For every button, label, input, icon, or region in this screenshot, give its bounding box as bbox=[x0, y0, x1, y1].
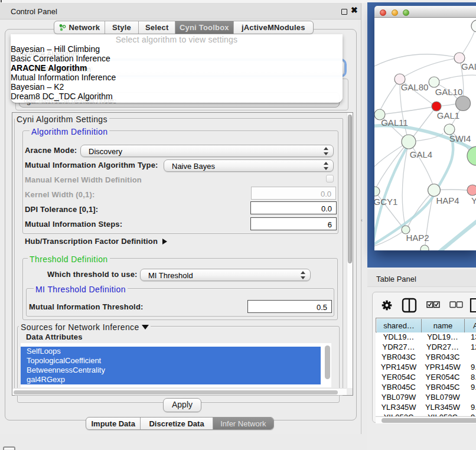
tab-cyni-toolbox[interactable]: Cyni Toolbox bbox=[175, 21, 234, 34]
kernel-width-label: Kernel Width (0,1): bbox=[25, 190, 95, 199]
table-cell[interactable]: YDR27… bbox=[376, 343, 421, 351]
tab-impute-data[interactable]: Impute Data bbox=[86, 418, 141, 429]
algorithm-option[interactable]: Mutual Information Inference bbox=[11, 73, 116, 82]
tab-jactivemnodules[interactable]: jActiveMNodules bbox=[234, 21, 313, 34]
vertical-scrollbar[interactable] bbox=[347, 113, 353, 388]
table-cell[interactable]: 12 bbox=[471, 343, 476, 351]
tab-network[interactable]: Network bbox=[54, 21, 105, 34]
network-node-GAL10n[interactable] bbox=[429, 77, 439, 87]
network-node-cut-bottom[interactable] bbox=[420, 245, 429, 250]
network-canvas[interactable]: GALGAL80GAL10GAL1GAL11SWI4GAL4GCY1HAP4YH… bbox=[374, 18, 476, 250]
network-node-cut-top[interactable] bbox=[471, 20, 476, 32]
panel-corner-button[interactable] bbox=[3, 446, 15, 450]
network-node-HAP4n[interactable] bbox=[428, 184, 441, 197]
table-cell[interactable]: 9. bbox=[471, 403, 476, 412]
tab-style[interactable]: Style bbox=[105, 21, 139, 34]
checkbox-checked-icon[interactable] bbox=[427, 302, 433, 308]
algorithm-option[interactable]: Bayesian – Hill Climbing bbox=[11, 44, 100, 54]
gear-icon[interactable] bbox=[382, 301, 392, 311]
data-attributes-list[interactable]: gal4RGexpBetweennessCentralityTopologica… bbox=[21, 343, 331, 387]
horizontal-scrollbar[interactable] bbox=[12, 388, 347, 395]
aracne-mode-combobox[interactable]: Discovery bbox=[80, 145, 334, 157]
network-node-label: GAL1 bbox=[437, 110, 459, 120]
minimize-traffic-light[interactable] bbox=[392, 9, 398, 16]
table-cell[interactable]: YDR27… bbox=[421, 343, 464, 351]
algorithm-option[interactable]: ARACNE Algorithm bbox=[11, 63, 87, 73]
table-cell[interactable]: YBL079W bbox=[421, 393, 464, 402]
tab-discretize-data[interactable]: Discretize Data bbox=[141, 418, 213, 429]
table-cell[interactable]: YER054C bbox=[376, 373, 421, 381]
network-node-GAL4n[interactable] bbox=[402, 135, 416, 149]
algorithm-option[interactable]: Dream8 DC_TDC Algorithm bbox=[11, 92, 113, 101]
mi-threshold-field[interactable] bbox=[247, 300, 332, 313]
table-cell[interactable]: YBL079W bbox=[376, 393, 421, 402]
manual-kernel-checkbox[interactable] bbox=[326, 175, 334, 182]
algorithm-option[interactable]: Basic Correlation Inference bbox=[11, 54, 110, 63]
table-panel-titlebar[interactable]: Table Panel bbox=[367, 269, 476, 287]
document-icon[interactable] bbox=[471, 299, 476, 312]
checkbox-checked-icon[interactable] bbox=[434, 302, 440, 308]
split-view-icon[interactable] bbox=[403, 299, 416, 312]
attribute-list-item[interactable]: gal4RGexp bbox=[21, 375, 321, 384]
zoom-traffic-light[interactable] bbox=[403, 9, 409, 16]
table-cell[interactable]: 9. bbox=[471, 363, 476, 371]
table-cell[interactable]: YBR045C bbox=[376, 383, 421, 392]
table-cell[interactable]: YDL19… bbox=[421, 332, 464, 341]
attribute-list-item[interactable]: BetweennessCentrality bbox=[21, 366, 321, 375]
aracne-mode-value: Discovery bbox=[89, 147, 122, 156]
network-window-titlebar[interactable] bbox=[374, 6, 476, 18]
network-node-label: GCY1 bbox=[374, 197, 397, 207]
hub-section-header[interactable]: Hub/Transcription Factor Definition bbox=[25, 237, 167, 246]
column-header-3[interactable]: A bbox=[465, 319, 476, 332]
tab-select[interactable]: Select bbox=[139, 21, 175, 34]
table-cell[interactable]: YPR145W bbox=[421, 363, 464, 371]
column-header-2[interactable]: name bbox=[422, 319, 465, 332]
checkbox-unchecked-icon[interactable] bbox=[450, 302, 456, 308]
apply-button[interactable]: Apply bbox=[163, 398, 201, 412]
float-icon[interactable] bbox=[341, 9, 347, 15]
mi-steps-field[interactable] bbox=[250, 217, 337, 230]
sources-title[interactable]: Sources for Network Inference bbox=[19, 322, 151, 332]
control-panel-tabs: NetworkStyleSelectCyni ToolboxjActiveMNo… bbox=[54, 21, 314, 34]
horizontal-scrollbar-thumb[interactable] bbox=[14, 390, 338, 394]
table-cell[interactable]: YER054C bbox=[421, 373, 464, 381]
network-node-GCY1n[interactable] bbox=[374, 187, 380, 196]
list-scrollbar-thumb[interactable] bbox=[325, 345, 330, 379]
table-cell[interactable]: YBR043C bbox=[421, 353, 464, 361]
node-table[interactable]: shared…nameA YDL19…YDL19…13YDR27…YDR27…1… bbox=[376, 318, 476, 417]
column-header-1[interactable]: shared… bbox=[377, 319, 422, 332]
close-icon[interactable]: ✖ bbox=[351, 5, 358, 15]
table-cell[interactable]: 9. bbox=[471, 383, 476, 392]
network-node-pink-right[interactable] bbox=[467, 185, 476, 195]
dpi-tolerance-field[interactable] bbox=[250, 201, 337, 214]
tab-infer-network[interactable]: Infer Network bbox=[213, 418, 273, 429]
table-cell[interactable]: 8. bbox=[471, 373, 476, 381]
table-cell[interactable]: YBR045C bbox=[421, 383, 464, 392]
mi-type-combobox[interactable]: Naive Bayes bbox=[164, 159, 334, 172]
checkbox-unchecked-icon[interactable] bbox=[457, 302, 463, 308]
sources-collapse-icon bbox=[142, 325, 149, 330]
algorithm-option[interactable]: Bayesian – K2 bbox=[11, 82, 64, 92]
vertical-scrollbar-thumb[interactable] bbox=[348, 115, 352, 263]
kernel-width-field[interactable] bbox=[251, 187, 336, 200]
tab-label: Select bbox=[145, 23, 169, 32]
split-pane-handle[interactable]: ‹ bbox=[361, 217, 363, 223]
table-horizontal-scrollbar[interactable] bbox=[376, 416, 476, 423]
table-cell[interactable]: YDL19… bbox=[376, 332, 421, 341]
attribute-list-item[interactable]: TopologicalCoefficient bbox=[21, 356, 321, 366]
table-cell[interactable]: YBR043C bbox=[376, 353, 421, 361]
table-cell[interactable]: YLR345W bbox=[376, 403, 421, 412]
attribute-list-item[interactable]: SelfLoops bbox=[21, 347, 321, 356]
network-node-label: SWI4 bbox=[449, 133, 471, 144]
network-node-gray-hub[interactable] bbox=[456, 96, 471, 111]
close-traffic-light[interactable] bbox=[380, 9, 386, 16]
toolbar-tick bbox=[1, 0, 2, 2]
network-node-GAL1n[interactable] bbox=[432, 102, 441, 111]
table-scrollbar-thumb[interactable] bbox=[382, 418, 476, 423]
which-threshold-combobox[interactable]: MI Threshold bbox=[140, 269, 311, 281]
tab-label: Style bbox=[112, 23, 131, 32]
control-panel-titlebar[interactable]: Control Panel ✖ bbox=[0, 4, 361, 19]
table-cell[interactable]: YLR345W bbox=[421, 403, 464, 412]
table-cell[interactable]: 13 bbox=[471, 332, 476, 341]
table-cell[interactable]: YPR145W bbox=[376, 363, 421, 371]
